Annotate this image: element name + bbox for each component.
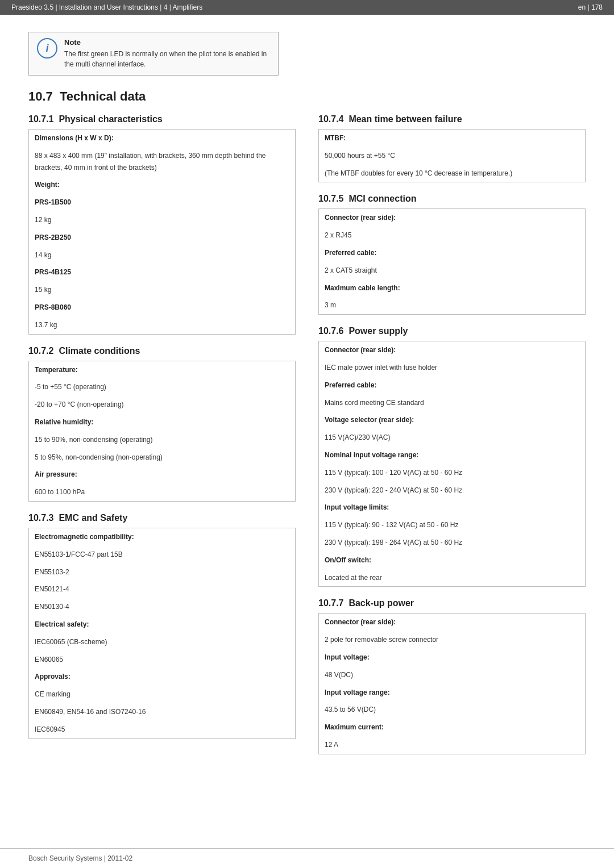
footer-text: Bosch Security Systems | 2011-02	[28, 854, 132, 862]
page-header: Praesideo 3.5 | Installation and User In…	[0, 0, 614, 15]
physical-data-box: Dimensions (H x W x D): 88 x 483 x 400 m…	[28, 129, 296, 335]
section-emc-title: 10.7.3 EMC and Safety	[28, 513, 296, 523]
phys-dim-label: Dimensions (H x W x D):	[29, 130, 295, 147]
info-icon: i	[37, 38, 57, 59]
main-section-title: 10.7 Technical data	[28, 89, 586, 104]
note-content: Note The first green LED is normally on …	[64, 38, 270, 69]
power-data-box: Connector (rear side): IEC male power in…	[318, 341, 586, 587]
header-left: Praesideo 3.5 | Installation and User In…	[11, 3, 202, 11]
left-column: 10.7.1 Physical characteristics Dimensio…	[28, 114, 296, 765]
note-box: i Note The first green LED is normally o…	[28, 32, 279, 76]
climate-data-box: Temperature: -5 to +55 °C (operating) -2…	[28, 361, 296, 502]
note-title: Note	[64, 38, 270, 47]
section-mci-title: 10.7.5 MCI connection	[318, 194, 586, 204]
phys-weight-label: Weight:	[29, 176, 295, 194]
phys-dim-value: 88 x 483 x 400 mm (19" installation, wit…	[29, 147, 295, 177]
note-text: The first green LED is normally on when …	[64, 49, 270, 69]
emc-data-box: Electromagnetic compatibility: EN55103-1…	[28, 528, 296, 739]
page-footer: Bosch Security Systems | 2011-02	[0, 848, 614, 868]
mtbf-data-box: MTBF: 50,000 hours at +55 °C (The MTBF d…	[318, 129, 586, 182]
right-column: 10.7.4 Mean time between failure MTBF: 5…	[318, 114, 586, 765]
backup-data-box: Connector (rear side): 2 pole for remova…	[318, 613, 586, 754]
section-backup-title: 10.7.7 Back-up power	[318, 598, 586, 608]
mci-data-box: Connector (rear side): 2 x RJ45 Preferre…	[318, 208, 586, 315]
section-physical-title: 10.7.1 Physical characteristics	[28, 114, 296, 124]
section-climate-title: 10.7.2 Climate conditions	[28, 346, 296, 356]
section-mtbf-title: 10.7.4 Mean time between failure	[318, 114, 586, 124]
two-column-layout: 10.7.1 Physical characteristics Dimensio…	[28, 114, 586, 765]
header-right: en | 178	[578, 3, 603, 11]
section-power-title: 10.7.6 Power supply	[318, 326, 586, 336]
main-content: i Note The first green LED is normally o…	[0, 15, 614, 799]
